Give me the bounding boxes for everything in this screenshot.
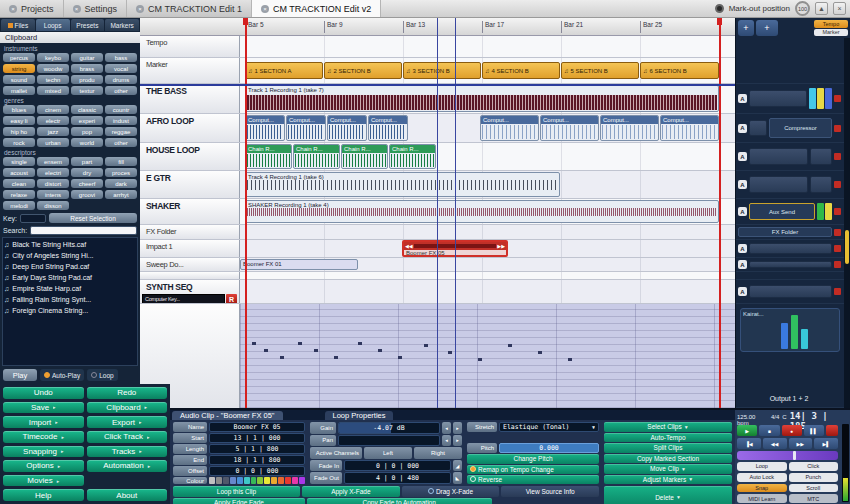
folder-track-name[interactable]: FX Folder <box>140 225 240 239</box>
drag-xfade-radio[interactable]: Drag X-Fade <box>402 486 500 497</box>
plugin-block[interactable] <box>749 90 807 107</box>
loop-toggle[interactable]: Loop <box>737 462 787 471</box>
filter-button[interactable]: techn <box>37 75 69 84</box>
filter-button[interactable]: classic <box>71 105 103 114</box>
track-lane[interactable]: Boomer FX 01 <box>240 258 735 271</box>
time-sig-display[interactable]: 4/4 <box>771 414 779 420</box>
tab-settings[interactable]: ×Settings <box>64 0 128 17</box>
filter-button[interactable]: experi <box>71 116 103 125</box>
filter-button[interactable]: intens <box>37 190 69 199</box>
filter-button[interactable]: percus <box>3 53 35 62</box>
filter-button[interactable]: electr <box>37 116 69 125</box>
automation-button[interactable]: A <box>738 207 747 216</box>
pause-button[interactable]: ▌▌ <box>804 425 824 436</box>
key-field[interactable] <box>20 214 46 223</box>
filter-button[interactable]: other <box>105 138 137 147</box>
audio-clip[interactable]: Track 4 Recording 1 (take 6) <box>245 172 560 197</box>
rewind-button[interactable]: ◀◀ <box>763 438 787 449</box>
list-item[interactable]: ♫Early Days String Pad.caf <box>4 272 136 283</box>
automation-button[interactable]: A <box>738 94 747 103</box>
save-button[interactable]: Save <box>3 402 84 414</box>
auto-tempo-button[interactable]: Auto-Tempo <box>604 433 732 443</box>
tab-projects[interactable]: ×Projects <box>0 0 64 17</box>
import-button[interactable]: Import <box>3 416 84 428</box>
redo-button[interactable]: Redo <box>87 387 168 399</box>
filter-button[interactable]: disson <box>37 201 69 210</box>
reverse-radio[interactable]: Reverse <box>467 475 599 484</box>
aux-send-plugin[interactable]: Aux Send <box>749 203 815 221</box>
mute-indicator[interactable] <box>834 208 841 215</box>
filter-button[interactable]: urban <box>37 138 69 147</box>
plugin-block[interactable] <box>749 120 767 137</box>
midi-device-box[interactable]: Computer Key... <box>142 294 225 303</box>
track-name[interactable]: THE BASS <box>140 84 240 113</box>
play-preview-button[interactable]: Play <box>3 369 37 381</box>
track-lane[interactable]: Track 4 Recording 1 (take 6) <box>240 171 735 198</box>
audio-clip[interactable]: Comput... <box>480 115 539 141</box>
split-clips-button[interactable]: Split Clips <box>604 443 732 453</box>
filter-button[interactable]: woodw <box>37 64 69 73</box>
tab-loops[interactable]: Loops <box>36 19 70 31</box>
key-display[interactable]: C <box>782 414 786 420</box>
track-lane[interactable]: Chain R... Chain R... Chain R... Chain R… <box>240 143 735 170</box>
filter-button[interactable]: dry <box>71 168 103 177</box>
filter-button[interactable]: guitar <box>71 53 103 62</box>
forward-icon[interactable]: ▶▶ <box>497 243 505 249</box>
plugin-block[interactable] <box>749 148 808 164</box>
pan-increment-button[interactable]: ▸ <box>453 435 462 447</box>
snapping-button[interactable]: Snapping <box>3 446 84 458</box>
filter-button[interactable]: sound <box>3 75 35 84</box>
edit-cursor[interactable] <box>245 18 247 408</box>
track-name[interactable]: Sweep Do... <box>140 258 240 271</box>
left-channel-button[interactable]: Left <box>364 447 412 459</box>
filter-button[interactable]: ensem <box>37 157 69 166</box>
go-to-start-button[interactable]: ▐◀ <box>737 438 761 449</box>
filter-button[interactable]: brass <box>71 64 103 73</box>
plugin-block[interactable] <box>749 261 832 269</box>
select-clips-button[interactable]: Select Clips▼ <box>604 422 732 432</box>
audio-clip[interactable]: Boomer FX 01 <box>240 259 358 270</box>
marker-section[interactable]: ♫2 SECTION B <box>324 62 402 79</box>
marker-section[interactable]: ♫1 SECTION A <box>245 62 323 79</box>
filter-button[interactable]: clean <box>3 179 35 188</box>
filter-button[interactable]: indust <box>105 116 137 125</box>
scrollbar-thumb[interactable] <box>845 230 849 264</box>
filter-button[interactable]: produ <box>71 75 103 84</box>
marker-track-label[interactable]: Marker <box>140 58 240 83</box>
add-track-button[interactable]: + <box>738 20 754 36</box>
audio-clip[interactable]: Comput... <box>600 115 659 141</box>
copy-fade-to-automation-button[interactable]: Copy Fade to Automation <box>307 498 492 504</box>
tab-presets[interactable]: Presets <box>71 19 105 31</box>
plugin-block[interactable] <box>810 148 832 164</box>
playhead-line[interactable] <box>437 18 438 408</box>
record-button[interactable]: ● <box>782 425 802 436</box>
pan-slider[interactable] <box>338 435 440 447</box>
automation-button[interactable]: A <box>738 260 747 269</box>
pitch-field[interactable]: 0.000 <box>499 443 599 453</box>
change-pitch-button[interactable]: Change Pitch <box>467 454 599 463</box>
stop-button[interactable]: ■ <box>759 425 779 436</box>
right-channel-button[interactable]: Right <box>414 447 462 459</box>
gain-increment-button[interactable]: ▸ <box>453 422 462 434</box>
mark-out-icon[interactable] <box>715 4 724 13</box>
close-icon[interactable]: × <box>261 5 269 13</box>
filter-button[interactable]: textur <box>71 86 103 95</box>
filter-button[interactable]: single <box>3 157 35 166</box>
automation-button[interactable]: A <box>738 244 747 253</box>
automation-button[interactable]: Automation <box>87 460 168 472</box>
click-toggle[interactable]: Click <box>789 462 839 471</box>
play-button[interactable]: ▶ <box>737 425 757 436</box>
track-name[interactable]: SYNTH SEQ Computer Key... R <box>140 280 240 303</box>
filter-button[interactable]: other <box>105 86 137 95</box>
marker-section[interactable]: ♫6 SECTION B <box>640 62 719 79</box>
secondary-cursor-line[interactable] <box>455 18 456 408</box>
click-track-button[interactable]: Click Track <box>87 431 168 443</box>
rewind-icon[interactable]: ◀◀ <box>405 243 413 249</box>
audio-clip[interactable]: Comput... <box>327 115 367 141</box>
export-button[interactable]: Export <box>87 416 168 428</box>
clipboard-bar[interactable]: Clipboard <box>0 32 140 43</box>
tab-files[interactable]: Files <box>1 19 35 31</box>
filter-button[interactable]: proces <box>105 168 137 177</box>
tempo-track-label[interactable]: Tempo <box>140 36 240 57</box>
delete-button[interactable]: Delete▼ <box>604 486 732 504</box>
